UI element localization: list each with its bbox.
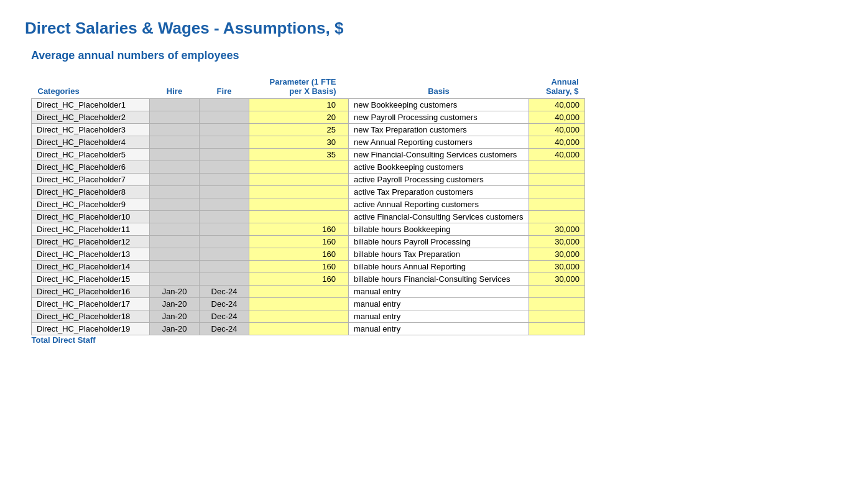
- cell-param: 160: [249, 248, 349, 261]
- cell-basis: manual entry: [349, 310, 529, 323]
- table-row: Direct_HC_Placeholder8 active Tax Prepar…: [32, 186, 585, 198]
- cell-name: Direct_HC_Placeholder13: [32, 248, 150, 261]
- table-row: Direct_HC_Placeholder14 160 billable hou…: [32, 261, 585, 273]
- cell-fire: [200, 111, 249, 124]
- cell-name: Direct_HC_Placeholder10: [32, 211, 150, 223]
- table-row: Direct_HC_Placeholder3 25 new Tax Prepar…: [32, 124, 585, 136]
- table-row: Direct_HC_Placeholder5 35 new Financial-…: [32, 149, 585, 161]
- table-row: Direct_HC_Placeholder15 160 billable hou…: [32, 273, 585, 286]
- total-row: Total Direct Staff: [32, 335, 585, 345]
- table-row: Direct_HC_Placeholder7 active Payroll Pr…: [32, 174, 585, 186]
- table-row: Direct_HC_Placeholder1 10 new Bookkeepin…: [32, 99, 585, 111]
- cell-fire: [200, 186, 249, 198]
- table-header-row: Categories Hire Fire Parameter (1 FTE pe…: [32, 75, 585, 99]
- header-categories: Categories: [32, 75, 150, 99]
- cell-basis: manual entry: [349, 286, 529, 298]
- main-table-wrapper: Categories Hire Fire Parameter (1 FTE pe…: [31, 75, 843, 345]
- cell-fire: [200, 223, 249, 236]
- cell-param: 160: [249, 273, 349, 286]
- cell-name: Direct_HC_Placeholder19: [32, 323, 150, 335]
- cell-hire: [150, 186, 200, 198]
- table-row: Direct_HC_Placeholder17 Jan-20 Dec-24 ma…: [32, 298, 585, 310]
- cell-name: Direct_HC_Placeholder18: [32, 310, 150, 323]
- cell-hire: [150, 198, 200, 211]
- cell-basis: active Bookkeeping customers: [349, 161, 529, 174]
- cell-annual: 30,000: [529, 248, 585, 261]
- cell-hire: Jan-20: [150, 286, 200, 298]
- cell-fire: [200, 174, 249, 186]
- cell-param: 20: [249, 111, 349, 124]
- cell-annual: 30,000: [529, 261, 585, 273]
- table-row: Direct_HC_Placeholder11 160 billable hou…: [32, 223, 585, 236]
- cell-basis: new Financial-Consulting Services custom…: [349, 149, 529, 161]
- cell-name: Direct_HC_Placeholder17: [32, 298, 150, 310]
- cell-annual: [529, 186, 585, 198]
- cell-fire: [200, 136, 249, 149]
- cell-param: [249, 174, 349, 186]
- header-fire: Fire: [200, 75, 249, 99]
- cell-name: Direct_HC_Placeholder3: [32, 124, 150, 136]
- cell-basis: new Payroll Processing customers: [349, 111, 529, 124]
- cell-name: Direct_HC_Placeholder5: [32, 149, 150, 161]
- cell-fire: Dec-24: [200, 298, 249, 310]
- cell-name: Direct_HC_Placeholder9: [32, 198, 150, 211]
- cell-hire: Jan-20: [150, 323, 200, 335]
- cell-annual: [529, 298, 585, 310]
- cell-param: [249, 323, 349, 335]
- cell-hire: [150, 211, 200, 223]
- cell-basis: new Bookkeeping customers: [349, 99, 529, 111]
- cell-annual: 30,000: [529, 236, 585, 248]
- cell-param: 30: [249, 136, 349, 149]
- cell-basis: manual entry: [349, 323, 529, 335]
- cell-fire: [200, 261, 249, 273]
- cell-name: Direct_HC_Placeholder14: [32, 261, 150, 273]
- cell-hire: [150, 261, 200, 273]
- cell-param: [249, 198, 349, 211]
- cell-name: Direct_HC_Placeholder2: [32, 111, 150, 124]
- cell-name: Direct_HC_Placeholder7: [32, 174, 150, 186]
- cell-fire: Dec-24: [200, 323, 249, 335]
- cell-basis: active Annual Reporting customers: [349, 198, 529, 211]
- cell-annual: 40,000: [529, 99, 585, 111]
- cell-annual: [529, 323, 585, 335]
- cell-basis: billable hours Bookkeeping: [349, 223, 529, 236]
- cell-param: [249, 286, 349, 298]
- cell-annual: [529, 211, 585, 223]
- cell-param: 160: [249, 261, 349, 273]
- total-label: Total Direct Staff: [32, 335, 585, 345]
- table-row: Direct_HC_Placeholder19 Jan-20 Dec-24 ma…: [32, 323, 585, 335]
- table-row: Direct_HC_Placeholder18 Jan-20 Dec-24 ma…: [32, 310, 585, 323]
- cell-hire: [150, 136, 200, 149]
- cell-param: [249, 161, 349, 174]
- cell-name: Direct_HC_Placeholder1: [32, 99, 150, 111]
- cell-fire: [200, 273, 249, 286]
- cell-param: [249, 186, 349, 198]
- cell-annual: 40,000: [529, 124, 585, 136]
- cell-param: [249, 211, 349, 223]
- table-row: Direct_HC_Placeholder9 active Annual Rep…: [32, 198, 585, 211]
- cell-basis: active Payroll Processing customers: [349, 174, 529, 186]
- cell-basis: new Tax Preparation customers: [349, 124, 529, 136]
- cell-param: 35: [249, 149, 349, 161]
- cell-fire: [200, 99, 249, 111]
- cell-name: Direct_HC_Placeholder6: [32, 161, 150, 174]
- cell-hire: [150, 223, 200, 236]
- cell-basis: billable hours Annual Reporting: [349, 261, 529, 273]
- table-row: Direct_HC_Placeholder10 active Financial…: [32, 211, 585, 223]
- cell-hire: [150, 161, 200, 174]
- cell-name: Direct_HC_Placeholder16: [32, 286, 150, 298]
- table-row: Direct_HC_Placeholder4 30 new Annual Rep…: [32, 136, 585, 149]
- cell-hire: Jan-20: [150, 310, 200, 323]
- cell-hire: [150, 111, 200, 124]
- cell-fire: [200, 124, 249, 136]
- cell-basis: billable hours Financial-Consulting Serv…: [349, 273, 529, 286]
- cell-hire: Jan-20: [150, 298, 200, 310]
- cell-fire: [200, 198, 249, 211]
- cell-name: Direct_HC_Placeholder15: [32, 273, 150, 286]
- cell-param: 160: [249, 236, 349, 248]
- cell-param: [249, 310, 349, 323]
- cell-annual: [529, 161, 585, 174]
- cell-fire: [200, 161, 249, 174]
- cell-basis: new Annual Reporting customers: [349, 136, 529, 149]
- cell-param: 25: [249, 124, 349, 136]
